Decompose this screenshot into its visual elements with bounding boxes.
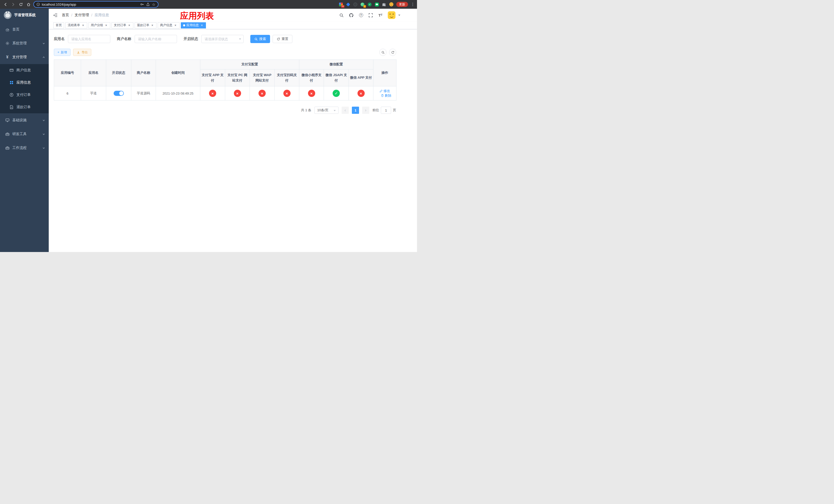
export-button[interactable]: 导出	[73, 49, 91, 56]
next-page-button[interactable]: ›	[362, 107, 369, 114]
tab-home[interactable]: 首页	[53, 22, 64, 28]
filter-form: 应用名 商户名称 开启状态 搜索	[54, 35, 412, 43]
browser-forward-button[interactable]	[10, 2, 16, 7]
tab-pay-orders[interactable]: 支付订单 ×	[112, 22, 133, 28]
screen: localhost:1024/pay/app ☆ 10 1	[0, 0, 417, 252]
app-logo	[4, 11, 12, 19]
extension-wechat-icon[interactable]	[375, 2, 379, 7]
sidebar-item-system[interactable]: 系统管理	[0, 37, 49, 50]
col-operations: 操作	[373, 60, 396, 86]
page-size-select[interactable]: 10条/页	[314, 107, 338, 114]
share-icon[interactable]	[146, 3, 150, 6]
search-icon[interactable]	[339, 13, 344, 18]
sidebar-item-payment[interactable]: ¥ 支付管理	[0, 50, 49, 64]
plus-icon: +	[58, 50, 59, 54]
browser-menu-button[interactable]: ⋮	[411, 2, 414, 7]
breadcrumb-item-app-info: 应用信息	[95, 13, 109, 18]
pagination-total: 共 1 条	[301, 108, 311, 113]
document-icon	[9, 105, 14, 110]
extension-grid-icon[interactable]: 10	[339, 2, 343, 7]
collapse-sidebar-button[interactable]	[52, 12, 58, 18]
tab-merchant-info[interactable]: 商户信息 ×	[158, 22, 179, 28]
search-button[interactable]: 搜索	[250, 35, 270, 43]
password-key-icon[interactable]	[140, 3, 144, 6]
refresh-table-button[interactable]	[389, 49, 396, 56]
col-alipay-pc: 支付宝 PC 网站支付	[225, 69, 250, 86]
col-app-id: 应用编号	[54, 60, 81, 86]
user-avatar[interactable]	[388, 11, 395, 19]
app-header: 首页 / 支付管理 / 应用信息 应用列表 ?	[49, 9, 417, 22]
delete-link[interactable]: 删除	[381, 93, 391, 98]
font-size-icon[interactable]: TT	[378, 13, 383, 18]
app-logo-row: 芋道管理系统	[0, 9, 49, 22]
extension-avatar-badge: 1	[364, 5, 366, 8]
tab-refund-orders[interactable]: 退款订单 ×	[135, 22, 156, 28]
enabled-toggle[interactable]	[114, 91, 124, 96]
bookmark-star-icon[interactable]: ☆	[152, 3, 155, 6]
fullscreen-icon[interactable]	[368, 13, 373, 18]
status-select[interactable]	[201, 35, 244, 43]
page-number-1[interactable]: 1	[352, 107, 359, 114]
status-label: 开启状态	[184, 37, 198, 41]
reset-button[interactable]: 重置	[272, 35, 292, 43]
merchant-name-input[interactable]	[135, 35, 177, 43]
grid-icon	[9, 81, 14, 85]
edit-link[interactable]: 修改	[379, 89, 390, 93]
channel-status-alipay-pc: ×	[234, 90, 241, 97]
tab-user-group[interactable]: 用户分组 ×	[88, 22, 110, 28]
browser-reload-button[interactable]	[18, 2, 24, 7]
card-icon	[9, 68, 14, 72]
sidebar-item-infrastructure[interactable]: 基础设施	[0, 113, 49, 127]
channel-status-wx-mini: ×	[308, 90, 315, 97]
toolbox-icon	[5, 132, 9, 136]
close-icon[interactable]: ×	[200, 24, 204, 27]
sidebar-item-pay-orders[interactable]: 支付订单	[0, 89, 49, 101]
sidebar-menu: 首页 系统管理 ¥ 支付管理 商户信息	[0, 23, 49, 155]
extension-gem-icon[interactable]	[346, 2, 350, 7]
sidebar-item-home[interactable]: 首页	[0, 23, 49, 37]
sidebar-item-dev-tools[interactable]: 研发工具	[0, 127, 49, 141]
extension-check-icon[interactable]: ✓	[368, 2, 372, 7]
sidebar-item-merchant-info[interactable]: 商户信息	[0, 64, 49, 76]
extension-avatar-icon[interactable]: 1	[360, 2, 365, 7]
browser-back-button[interactable]	[3, 2, 8, 7]
channel-status-alipay-wap: ×	[259, 90, 266, 97]
address-bar[interactable]: localhost:1024/pay/app ☆	[33, 1, 158, 8]
browser-home-button[interactable]	[26, 2, 31, 7]
extensions-puzzle-icon[interactable]	[382, 2, 386, 7]
gear-icon	[5, 41, 9, 46]
close-icon[interactable]: ×	[151, 24, 154, 27]
col-wx-jsapi: 微信 JSAPI 支付	[324, 69, 349, 86]
browser-profile-avatar[interactable]	[389, 2, 393, 7]
add-button[interactable]: + 新增	[54, 49, 70, 56]
tab-process-form[interactable]: 流程表单 ×	[65, 22, 87, 28]
close-icon[interactable]: ×	[81, 24, 85, 27]
sidebar-item-refund-orders[interactable]: 退款订单	[0, 101, 49, 113]
goto-page-input[interactable]	[381, 107, 391, 114]
help-icon[interactable]: ?	[358, 13, 364, 18]
prev-page-button[interactable]: ‹	[342, 107, 349, 114]
col-wx-mini: 微信小程序支付	[299, 69, 324, 86]
tab-app-info[interactable]: 应用信息 ×	[181, 22, 206, 28]
app-name-input[interactable]	[68, 35, 110, 43]
close-icon[interactable]: ×	[174, 24, 177, 27]
browser-toolbar: localhost:1024/pay/app ☆ 10 1	[0, 0, 417, 9]
github-icon[interactable]	[349, 13, 354, 18]
chevron-down-icon	[42, 42, 45, 45]
sidebar-item-workflow[interactable]: 工作流程	[0, 141, 49, 155]
avatar-caret-icon[interactable]	[398, 15, 400, 16]
close-icon[interactable]: ×	[104, 24, 108, 27]
breadcrumb-item-home[interactable]: 首页	[62, 13, 69, 18]
breadcrumb-item-payment: 支付管理	[74, 13, 89, 18]
active-dot	[183, 24, 185, 26]
chevron-down-icon	[42, 133, 45, 136]
toggle-search-button[interactable]	[379, 49, 387, 56]
tags-view: 首页 流程表单 × 用户分组 × 支付订单 × 退款订单 × 商户信息 ×	[49, 22, 417, 29]
chevron-up-icon	[42, 56, 45, 59]
goto-label: 前往	[372, 108, 379, 113]
extension-dark-icon[interactable]	[353, 2, 357, 7]
close-icon[interactable]: ×	[128, 24, 131, 27]
browser-update-button[interactable]: 更新	[396, 2, 408, 7]
site-info-icon[interactable]	[37, 3, 40, 6]
sidebar-item-app-info[interactable]: 应用信息	[0, 76, 49, 89]
